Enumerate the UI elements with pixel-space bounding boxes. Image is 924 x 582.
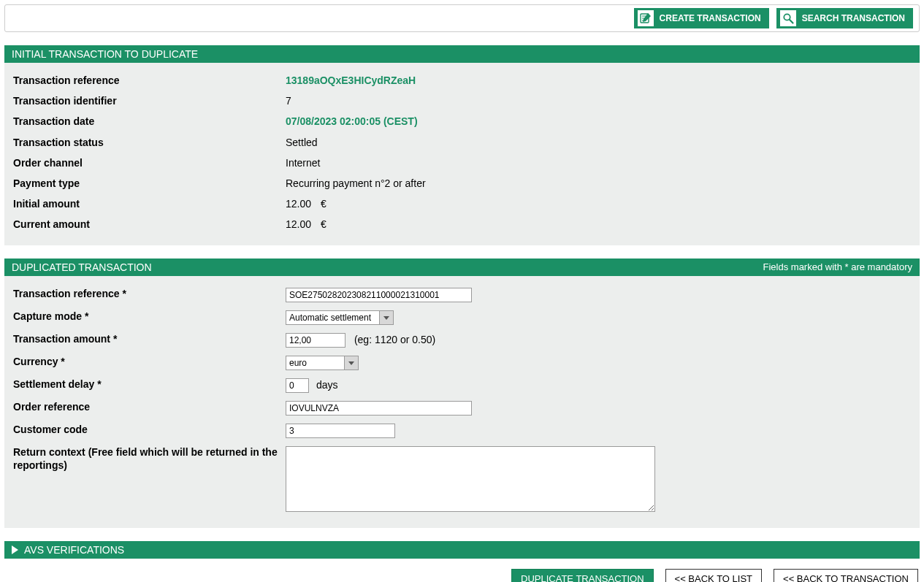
customer-code-input[interactable] — [286, 424, 395, 438]
label-txn-amount: Transaction amount * — [13, 332, 286, 345]
label-customer-code: Customer code — [13, 423, 286, 436]
initial-section-body: Transaction reference 13189aOQxE3HICydRZ… — [4, 63, 920, 245]
row-customer-code: Customer code — [13, 419, 911, 442]
expand-icon — [12, 545, 18, 554]
value-txn-id: 7 — [286, 94, 291, 107]
initial-header-title: INITIAL TRANSACTION TO DUPLICATE — [12, 48, 198, 60]
row-txn-status: Transaction status Settled — [13, 132, 911, 153]
amount-hint: (eg: 1120 or 0.50) — [354, 334, 435, 345]
value-txn-ref: 13189aOQxE3HICydRZeaH — [286, 74, 416, 86]
row-txn-date: Transaction date 07/08/2023 02:00:05 (CE… — [13, 111, 911, 131]
initial-section-header: INITIAL TRANSACTION TO DUPLICATE — [4, 45, 920, 63]
row-capture-mode: Capture mode * Automatic settlement — [13, 306, 911, 329]
label-txn-date: Transaction date — [13, 115, 286, 128]
row-payment-type: Payment type Recurring payment n°2 or af… — [13, 173, 911, 194]
svg-line-2 — [790, 20, 793, 23]
label-dup-ref: Transaction reference * — [13, 287, 286, 300]
search-icon — [780, 10, 796, 26]
row-txn-ref: Transaction reference 13189aOQxE3HICydRZ… — [13, 70, 911, 91]
label-payment-type: Payment type — [13, 177, 286, 190]
search-transaction-button[interactable]: SEARCH TRANSACTION — [776, 8, 913, 28]
duplicate-transaction-button[interactable]: DUPLICATE TRANSACTION — [511, 569, 654, 583]
value-order-channel: Internet — [286, 156, 320, 169]
current-amount-currency: € — [321, 218, 327, 230]
mandatory-note: Fields marked with * are mandatory — [763, 261, 912, 272]
duplicated-section-body: Transaction reference * Capture mode * A… — [4, 276, 920, 528]
row-initial-amount: Initial amount 12.00 € — [13, 194, 911, 214]
avs-section-header[interactable]: AVS VERIFICATIONS — [4, 541, 920, 559]
row-currency: Currency * euro — [13, 351, 911, 374]
create-transaction-button[interactable]: CREATE TRANSACTION — [634, 8, 769, 28]
row-txn-amount: Transaction amount * (eg: 1120 or 0.50) — [13, 329, 911, 351]
row-dup-ref: Transaction reference * — [13, 283, 911, 306]
transaction-reference-input[interactable] — [286, 288, 472, 302]
label-order-channel: Order channel — [13, 156, 286, 169]
currency-select[interactable]: euro — [286, 356, 359, 370]
value-txn-date: 07/08/2023 02:00:05 (CEST) — [286, 115, 418, 127]
duplicated-section-header: DUPLICATED TRANSACTION Fields marked wit… — [4, 259, 920, 276]
settlement-delay-input[interactable] — [286, 378, 309, 393]
initial-amount-currency: € — [321, 198, 327, 210]
row-return-context: Return context (Free field which will be… — [13, 442, 911, 518]
top-toolbar: CREATE TRANSACTION SEARCH TRANSACTION — [4, 4, 920, 32]
duplicated-header-title: DUPLICATED TRANSACTION — [12, 261, 152, 273]
label-txn-status: Transaction status — [13, 136, 286, 149]
row-current-amount: Current amount 12.00 € — [13, 214, 911, 234]
row-order-channel: Order channel Internet — [13, 153, 911, 173]
avs-header-title: AVS VERIFICATIONS — [24, 544, 124, 556]
value-current-amount: 12.00 € — [286, 218, 327, 230]
value-payment-type: Recurring payment n°2 or after — [286, 177, 426, 189]
create-transaction-icon — [638, 10, 654, 26]
label-currency: Currency * — [13, 355, 286, 368]
back-to-transaction-button[interactable]: << BACK TO TRANSACTION — [774, 569, 918, 583]
footer-buttons: DUPLICATE TRANSACTION << BACK TO LIST <<… — [4, 569, 920, 583]
create-transaction-label: CREATE TRANSACTION — [660, 13, 761, 23]
capture-mode-select[interactable]: Automatic settlement — [286, 310, 394, 325]
search-transaction-label: SEARCH TRANSACTION — [802, 13, 905, 23]
label-current-amount: Current amount — [13, 218, 286, 231]
row-txn-id: Transaction identifier 7 — [13, 91, 911, 111]
label-initial-amount: Initial amount — [13, 197, 286, 210]
current-amount-number: 12.00 — [286, 218, 318, 230]
label-settlement-delay: Settlement delay * — [13, 378, 286, 391]
value-txn-status: Settled — [286, 136, 318, 148]
order-reference-input[interactable] — [286, 401, 472, 416]
return-context-textarea[interactable] — [286, 446, 655, 512]
label-capture-mode: Capture mode * — [13, 310, 286, 323]
row-order-reference: Order reference — [13, 397, 911, 419]
value-initial-amount: 12.00 € — [286, 197, 327, 210]
transaction-amount-input[interactable] — [286, 333, 345, 348]
initial-amount-number: 12.00 — [286, 198, 318, 210]
label-txn-ref: Transaction reference — [13, 74, 286, 87]
label-order-reference: Order reference — [13, 400, 286, 413]
row-settlement-delay: Settlement delay * days — [13, 374, 911, 397]
label-return-context: Return context (Free field which will be… — [13, 445, 286, 472]
label-txn-id: Transaction identifier — [13, 94, 286, 107]
back-to-list-button[interactable]: << BACK TO LIST — [665, 569, 762, 583]
settlement-delay-unit: days — [316, 379, 338, 391]
